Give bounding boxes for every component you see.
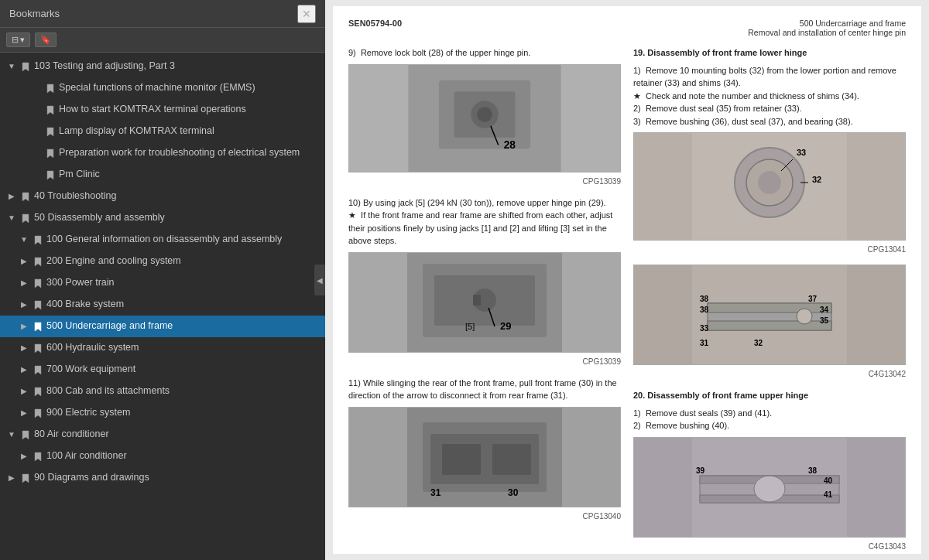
sidebar-toolbar: ⊟ ▾ 🔖 (0, 28, 325, 53)
tree-item-103[interactable]: ▼103 Testing and adjusting, Part 3 (0, 56, 325, 77)
svg-point-4 (477, 107, 492, 122)
svg-text:39: 39 (696, 466, 705, 475)
bookmark-tree: ▼103 Testing and adjusting, Part 3Specia… (0, 53, 325, 560)
svg-text:38: 38 (700, 306, 709, 314)
tree-item-50-300[interactable]: ▶300 Power train (0, 272, 325, 294)
expand-icon-50-100: ▼ (19, 234, 29, 245)
svg-rect-19 (492, 444, 531, 475)
doc-image-caption-19b: C4G13042 (633, 370, 906, 378)
sidebar-header-icons: ✕ (297, 5, 316, 23)
bookmark-add-icon: 🔖 (40, 35, 51, 45)
doc-image-svg-19a: 33 32 (634, 132, 905, 241)
tree-label-103-5: Pm Clinic (59, 168, 319, 182)
tree-label-103: 103 Testing and adjusting, Part 3 (34, 60, 319, 73)
doc-id: SEN05794-00 (348, 19, 402, 28)
tree-item-103-2[interactable]: How to start KOMTRAX terminal operations (0, 99, 325, 121)
tree-item-50-900[interactable]: ▶900 Electric system (0, 402, 325, 424)
doc-text-11: 11) While slinging the rear of the front… (348, 377, 621, 402)
tree-item-90[interactable]: ▶90 Diagrams and drawings (0, 467, 325, 489)
tree-label-50-800: 800 Cab and its attachments (46, 384, 319, 398)
doc-title-block: 500 Undercarriage and frame Removal and … (748, 19, 906, 37)
expand-icon-103: ▼ (6, 61, 17, 72)
expand-all-button[interactable]: ⊟ ▾ (6, 32, 30, 47)
bookmark-icon-50-700 (33, 364, 43, 375)
bookmark-button[interactable]: 🔖 (35, 32, 57, 47)
expand-icon-80: ▼ (6, 429, 17, 440)
tree-item-50-500[interactable]: ▶500 Undercarriage and frame (0, 316, 325, 337)
tree-label-80: 80 Air conditioner (34, 428, 319, 442)
svg-text:33: 33 (700, 324, 709, 333)
svg-text:32: 32 (812, 175, 821, 184)
expand-icon-103-5 (31, 169, 42, 180)
doc-section-20-title: 20. Disassembly of front frame upper hin… (633, 389, 906, 402)
sidebar: Bookmarks ✕ ⊟ ▾ 🔖 ▼103 Testing and adjus… (0, 0, 325, 560)
doc-image-caption-19a: CPG13041 (633, 245, 906, 254)
bookmark-icon-50-800 (33, 386, 43, 397)
bookmark-icon-103-2 (45, 104, 56, 115)
svg-text:37: 37 (808, 295, 818, 303)
doc-image-11: 31 30 (348, 407, 621, 507)
main-content: SEN05794-00 500 Undercarriage and frame … (325, 0, 929, 560)
svg-text:38: 38 (700, 295, 709, 303)
sidebar-title: Bookmarks (9, 8, 60, 19)
tree-label-50-300: 300 Power train (46, 276, 319, 290)
tree-item-50[interactable]: ▼50 Disassembly and assembly (0, 207, 325, 229)
tree-label-40: 40 Troubleshooting (34, 190, 319, 203)
tree-item-103-1[interactable]: Special functions of machine monitor (EM… (0, 77, 325, 99)
tree-item-103-5[interactable]: Pm Clinic (0, 164, 325, 186)
doc-image-19b: 38 38 37 34 35 33 32 31 (633, 265, 906, 365)
doc-section-19-title: 19. Disassembly of front frame lower hin… (633, 46, 906, 60)
doc-section-20-steps: 1) Remove dust seals (39) and (41). 2) R… (633, 407, 906, 432)
tree-item-50-600[interactable]: ▶600 Hydraulic system (0, 337, 325, 359)
bookmark-icon-50 (20, 213, 31, 224)
svg-text:35: 35 (820, 316, 829, 325)
doc-section-19b: 38 38 37 34 35 33 32 31 C4G13042 (633, 265, 906, 378)
bookmark-icon-50-600 (33, 343, 43, 353)
tree-label-90: 90 Diagrams and drawings (34, 471, 319, 485)
expand-icon-103-2 (31, 104, 42, 115)
svg-point-34 (797, 309, 812, 324)
tree-item-50-800[interactable]: ▶800 Cab and its attachments (0, 381, 325, 402)
expand-icon-80-100: ▶ (19, 451, 29, 462)
svg-rect-33 (708, 321, 831, 330)
tree-item-103-4[interactable]: Preparation work for troubleshooting of … (0, 142, 325, 164)
close-button[interactable]: ✕ (297, 5, 316, 23)
tree-item-50-100[interactable]: ▼100 General information on disassembly … (0, 229, 325, 251)
svg-rect-32 (708, 303, 831, 312)
expand-icon-50-300: ▶ (19, 278, 29, 289)
doc-right-column: 19. Disassembly of front frame lower hin… (633, 46, 906, 560)
doc-section-9: 9) Remove lock bolt (28) of the upper hi… (348, 46, 621, 186)
tree-item-50-400[interactable]: ▶400 Brake system (0, 294, 325, 316)
expand-icon-50-900: ▶ (19, 408, 29, 418)
document-page: SEN05794-00 500 Undercarriage and frame … (333, 6, 921, 554)
bookmark-icon-103-5 (45, 169, 56, 180)
doc-image-svg-9: 28 (349, 65, 620, 172)
tree-label-103-2: How to start KOMTRAX terminal operations (59, 103, 319, 117)
expand-icon-103-1 (31, 83, 42, 94)
tree-item-103-3[interactable]: Lamp display of KOMTRAX terminal (0, 121, 325, 142)
bookmark-icon-90 (20, 473, 31, 483)
tree-item-40[interactable]: ▶40 Troubleshooting (0, 186, 325, 207)
bookmark-icon-50-100 (33, 234, 43, 245)
tree-label-50-600: 600 Hydraulic system (46, 341, 319, 355)
bookmark-icon-50-400 (33, 299, 43, 310)
svg-text:29: 29 (500, 320, 511, 332)
expand-icon-50-800: ▶ (19, 386, 29, 397)
tree-item-50-700[interactable]: ▶700 Work equipment (0, 359, 325, 381)
svg-text:33: 33 (797, 148, 806, 157)
svg-text:28: 28 (504, 139, 516, 151)
doc-section-19-steps: 1) Remove 10 mounting bolts (32) from th… (633, 64, 906, 128)
svg-text:[5]: [5] (465, 322, 475, 331)
doc-body: 9) Remove lock bolt (28) of the upper hi… (348, 46, 906, 560)
svg-text:31: 31 (700, 339, 709, 347)
svg-rect-18 (442, 444, 481, 475)
svg-text:34: 34 (820, 306, 829, 314)
collapse-sidebar-handle[interactable]: ◀ (314, 265, 325, 295)
tree-item-80-100[interactable]: ▶100 Air conditioner (0, 446, 325, 467)
svg-point-25 (758, 171, 781, 194)
doc-section-title: 500 Undercarriage and frame (748, 19, 906, 28)
tree-label-103-1: Special functions of machine monitor (EM… (59, 81, 319, 95)
tree-item-80[interactable]: ▼80 Air conditioner (0, 424, 325, 446)
expand-icon-50-500: ▶ (19, 321, 29, 332)
tree-item-50-200[interactable]: ▶200 Engine and cooling system (0, 251, 325, 272)
